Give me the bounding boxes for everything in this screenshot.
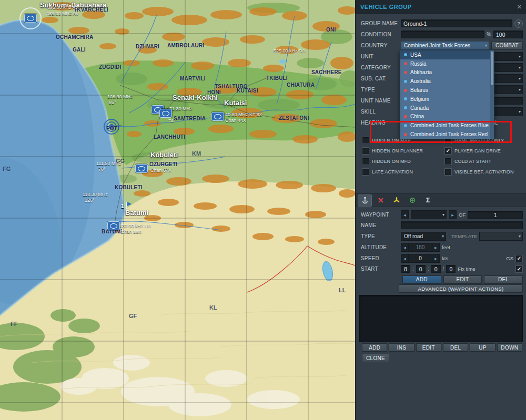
- country-option[interactable]: Combined Joint Task Forces Blue: [400, 121, 494, 130]
- close-icon[interactable]: ✕: [517, 4, 522, 11]
- country-option[interactable]: Australia: [400, 77, 494, 86]
- start-ms-input[interactable]: [446, 265, 456, 273]
- list-action-button[interactable]: UP: [470, 343, 495, 352]
- wp-name-row: NAME: [361, 221, 523, 230]
- tab-route[interactable]: [358, 194, 372, 207]
- country-option[interactable]: USA: [400, 50, 494, 59]
- checkbox-label: LATE ACTIVATION: [372, 169, 413, 175]
- start-minutes-input[interactable]: [416, 265, 426, 273]
- ground-unit-icon[interactable]: [135, 164, 148, 173]
- help-button[interactable]: ?: [514, 19, 523, 28]
- checkbox[interactable]: [362, 168, 369, 176]
- waypoint-prev-button[interactable]: ◂: [401, 210, 409, 219]
- wp-type-value: Off road: [404, 233, 441, 239]
- country-option[interactable]: Canada: [400, 104, 494, 112]
- panel-title-bar: VEHICLE GROUP ✕: [356, 0, 526, 14]
- list-action-button[interactable]: INS: [389, 343, 414, 352]
- condition-percent-input[interactable]: [493, 30, 523, 38]
- clone-button[interactable]: CLONE: [362, 354, 389, 362]
- dropdown-scrollbar[interactable]: [490, 50, 494, 139]
- gs-checkbox[interactable]: ✓: [515, 255, 523, 262]
- country-option-label: Belarus: [410, 87, 428, 93]
- template-combo[interactable]: ▾: [479, 232, 523, 241]
- country-option-label: Combined Joint Task Forces Blue: [410, 122, 489, 128]
- checkbox[interactable]: [444, 158, 452, 165]
- waypoint-flag-icon[interactable]: [126, 202, 132, 209]
- country-option[interactable]: Combined Joint Task Forces Red: [400, 130, 494, 139]
- country-color-dot: [404, 115, 407, 118]
- checkbox[interactable]: [362, 137, 369, 144]
- tab-actions[interactable]: [373, 194, 388, 207]
- start-row: START : : / Fix time ✓: [361, 264, 523, 273]
- waypoint-combo[interactable]: ▾: [411, 210, 447, 219]
- altitude-label: ALTITUDE: [361, 244, 399, 250]
- country-dropdown-list: USA Russia Abkhazia Australia Belarus Be…: [400, 50, 494, 139]
- altitude-inc-button[interactable]: ▸: [432, 243, 440, 252]
- country-combo[interactable]: Combined Joint Task Forces ▾: [401, 41, 489, 50]
- group-flags: HIDDEN ON MAP GAME MASTER ONLY HIDDEN ON…: [362, 135, 524, 177]
- list-action-button[interactable]: DOWN: [497, 343, 522, 352]
- wp-name-input[interactable]: [401, 221, 523, 229]
- country-option[interactable]: Belgium: [400, 95, 494, 104]
- category-label: CATEGORY: [361, 65, 399, 70]
- speed-inc-button[interactable]: ▸: [432, 254, 440, 263]
- condition-label: CONDITION: [361, 32, 399, 37]
- anchor-icon: [361, 197, 369, 204]
- waypoint-action-button[interactable]: ADD: [402, 275, 441, 284]
- fix-time-label: Fix time: [458, 266, 475, 272]
- waypoint-actions-list[interactable]: [359, 295, 523, 342]
- group-name-input[interactable]: [401, 19, 512, 27]
- country-option[interactable]: Abkhazia: [400, 68, 494, 77]
- map-canvas[interactable]: TKVARCHELIOCHAMCHIRADZHVARIGALIZUGDIDIAM…: [0, 0, 355, 420]
- start-hours-input[interactable]: [401, 265, 410, 273]
- checkbox[interactable]: [362, 158, 369, 165]
- altitude-value: 180: [409, 243, 432, 252]
- altitude-dec-button[interactable]: ◂: [401, 243, 409, 252]
- fix-time-checkbox[interactable]: ✓: [515, 265, 523, 273]
- flag-checkbox-item: LATE ACTIVATION: [362, 167, 444, 177]
- speed-row: SPEED ◂ 0 ▸ kts GS ✓: [361, 254, 523, 263]
- country-option-label: Australia: [410, 78, 431, 84]
- ground-unit-icon[interactable]: [211, 112, 224, 121]
- waypoint-count-input[interactable]: [468, 211, 523, 219]
- waypoint-next-button[interactable]: ▸: [449, 210, 457, 219]
- checkbox[interactable]: [362, 147, 369, 155]
- flag-checkbox-item: VISIBLE BEF. ACTIVATION: [444, 167, 524, 177]
- waypoint-action-button[interactable]: EDIT: [443, 275, 482, 284]
- start-seconds-input[interactable]: [431, 265, 441, 273]
- ground-unit-icon[interactable]: [159, 109, 172, 118]
- list-action-button[interactable]: EDIT: [416, 343, 441, 352]
- advanced-actions-button[interactable]: ADVANCED (WAYPOINT ACTIONS): [399, 284, 523, 293]
- tab-summary[interactable]: Σ: [421, 194, 435, 207]
- list-action-button[interactable]: DEL: [443, 343, 468, 352]
- chevron-down-icon: ▾: [519, 87, 521, 92]
- list-buttons: ADDINSEDITDELUPDOWN: [362, 343, 522, 352]
- panel-title: VEHICLE GROUP: [360, 4, 412, 10]
- ground-unit-icon[interactable]: [24, 14, 37, 23]
- country-option[interactable]: China: [400, 112, 494, 121]
- speed-label: SPEED: [361, 255, 399, 261]
- colon-separator: :: [428, 266, 429, 272]
- subcat-label: SUB. CAT.: [361, 76, 399, 81]
- country-option[interactable]: Russia: [400, 59, 494, 68]
- country-option[interactable]: Belarus: [400, 86, 494, 95]
- country-option-label: Belgium: [410, 96, 429, 102]
- checkbox[interactable]: ✓: [444, 147, 452, 155]
- wp-type-combo[interactable]: Off road ▾: [401, 232, 446, 241]
- checkbox-label: HIDDEN ON PLANNER: [372, 148, 423, 153]
- ground-unit-icon[interactable]: [107, 221, 120, 230]
- mission-editor: TKVARCHELIOCHAMCHIRADZHVARIGALIZUGDIDIAM…: [0, 0, 526, 420]
- tab-radio[interactable]: [405, 194, 419, 207]
- list-action-button[interactable]: ADD: [362, 343, 387, 352]
- skill-label: SKILL: [361, 109, 399, 115]
- waypoint-action-button[interactable]: DEL: [484, 275, 523, 284]
- speed-dec-button[interactable]: ◂: [401, 254, 409, 263]
- country-value: Combined Joint Task Forces: [404, 43, 484, 48]
- checkbox[interactable]: [444, 168, 452, 176]
- country-color-dot: [404, 124, 407, 127]
- tab-payload[interactable]: [389, 194, 403, 207]
- checkbox-label: VISIBLE BEF. ACTIVATION: [454, 169, 514, 175]
- condition-input[interactable]: [401, 30, 484, 38]
- combat-button[interactable]: COMBAT: [491, 42, 523, 50]
- country-color-dot: [404, 53, 407, 56]
